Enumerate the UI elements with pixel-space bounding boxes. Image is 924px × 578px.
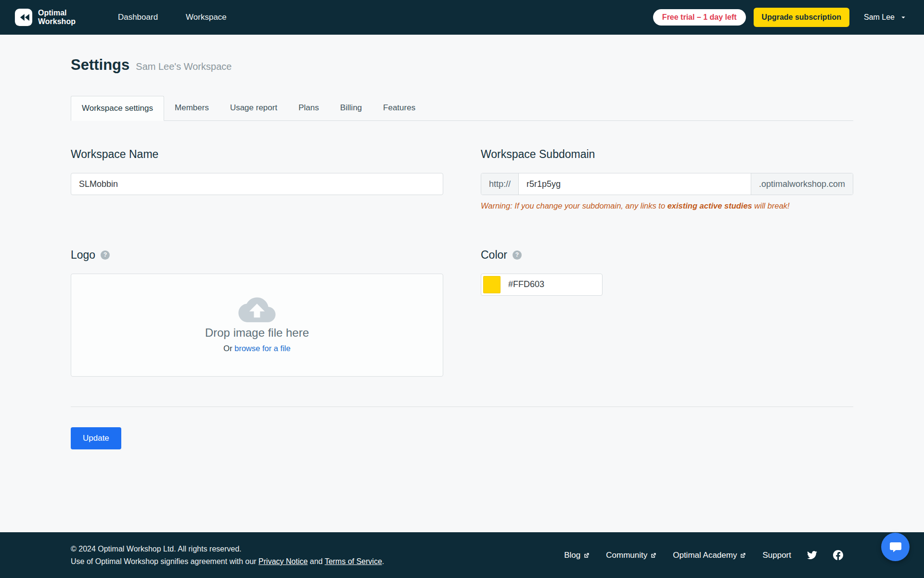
chat-bubble-icon bbox=[889, 540, 902, 554]
color-hex-input[interactable] bbox=[507, 279, 600, 290]
external-link-icon bbox=[583, 552, 590, 559]
tab-usage-report[interactable]: Usage report bbox=[219, 96, 288, 120]
logo-label: Logo ? bbox=[71, 249, 443, 262]
footer-link-blog[interactable]: Blog bbox=[564, 551, 590, 560]
agreement-line: Use of Optimal Workshop signifies agreem… bbox=[71, 555, 384, 568]
color-help-icon[interactable]: ? bbox=[513, 250, 522, 260]
upgrade-subscription-button[interactable]: Upgrade subscription bbox=[754, 8, 849, 27]
subdomain-input-group: http:// .optimalworkshop.com bbox=[481, 173, 853, 195]
subdomain-input[interactable] bbox=[519, 173, 751, 195]
logo-section: Logo ? Drop image file here Or browse fo… bbox=[71, 249, 443, 377]
external-link-icon bbox=[650, 552, 657, 559]
brand-name: Optimal Workshop bbox=[38, 9, 76, 26]
workspace-subtitle: Sam Lee's Workspace bbox=[136, 61, 231, 72]
footer-link-optimal-academy[interactable]: Optimal Academy bbox=[673, 551, 746, 560]
nav-link-dashboard[interactable]: Dashboard bbox=[118, 13, 158, 22]
page-header: Settings Sam Lee's Workspace bbox=[71, 56, 853, 74]
settings-tab-bar: Workspace settings Members Usage report … bbox=[71, 96, 853, 121]
primary-nav: Dashboard Workspace bbox=[118, 13, 227, 22]
top-navbar: Optimal Workshop Dashboard Workspace Fre… bbox=[0, 0, 924, 35]
chevron-down-icon bbox=[899, 13, 908, 22]
footer-link-community[interactable]: Community bbox=[606, 551, 657, 560]
workspace-name-section: Workspace Name bbox=[71, 148, 443, 219]
color-section: Color ? bbox=[481, 249, 853, 377]
cloud-upload-icon bbox=[238, 297, 276, 322]
tab-members[interactable]: Members bbox=[164, 96, 219, 120]
brand-logo[interactable]: Optimal Workshop bbox=[14, 8, 76, 26]
color-label: Color ? bbox=[481, 249, 853, 262]
subdomain-warning: Warning: If you change your subdomain, a… bbox=[481, 201, 853, 210]
tab-workspace-settings[interactable]: Workspace settings bbox=[71, 96, 164, 121]
workspace-settings-form: Workspace Name Workspace Subdomain http:… bbox=[71, 148, 853, 377]
workspace-name-label: Workspace Name bbox=[71, 148, 443, 161]
optimal-workshop-logo-icon bbox=[14, 8, 33, 26]
copyright-line: © 2024 Optimal Workshop Ltd. All rights … bbox=[71, 543, 384, 555]
tab-features[interactable]: Features bbox=[372, 96, 426, 120]
color-swatch[interactable] bbox=[483, 276, 500, 293]
form-divider bbox=[71, 407, 853, 407]
facebook-icon[interactable] bbox=[833, 550, 843, 560]
workspace-subdomain-section: Workspace Subdomain http:// .optimalwork… bbox=[481, 148, 853, 219]
update-button[interactable]: Update bbox=[71, 427, 121, 449]
tab-billing[interactable]: Billing bbox=[330, 96, 372, 120]
browse-file-link[interactable]: browse for a file bbox=[234, 344, 290, 353]
footer-legal: © 2024 Optimal Workshop Ltd. All rights … bbox=[71, 543, 384, 567]
page-title: Settings bbox=[71, 56, 129, 74]
subdomain-protocol-prefix: http:// bbox=[481, 173, 519, 195]
main-content: Settings Sam Lee's Workspace Workspace s… bbox=[0, 35, 924, 532]
user-name-label: Sam Lee bbox=[864, 13, 895, 22]
page-footer: © 2024 Optimal Workshop Ltd. All rights … bbox=[0, 532, 924, 578]
workspace-subdomain-label: Workspace Subdomain bbox=[481, 148, 853, 161]
external-link-icon bbox=[740, 552, 746, 559]
navbar-right-group: Free trial – 1 day left Upgrade subscrip… bbox=[653, 8, 908, 27]
privacy-notice-link[interactable]: Privacy Notice bbox=[258, 557, 308, 565]
logo-dropzone[interactable]: Drop image file here Or browse for a fil… bbox=[71, 274, 443, 377]
color-input-group bbox=[481, 274, 603, 296]
chat-launcher-button[interactable] bbox=[881, 533, 910, 561]
subdomain-domain-suffix: .optimalworkshop.com bbox=[751, 173, 853, 195]
dropzone-text: Drop image file here bbox=[205, 326, 309, 340]
terms-of-service-link[interactable]: Terms of Service bbox=[325, 557, 382, 565]
footer-links: Blog Community Optimal Academy Support bbox=[564, 550, 843, 560]
footer-link-support[interactable]: Support bbox=[762, 551, 791, 560]
workspace-name-input[interactable] bbox=[71, 173, 443, 195]
free-trial-badge: Free trial – 1 day left bbox=[653, 9, 746, 26]
nav-link-workspace[interactable]: Workspace bbox=[186, 13, 227, 22]
user-menu[interactable]: Sam Lee bbox=[864, 13, 908, 22]
tab-plans[interactable]: Plans bbox=[288, 96, 330, 120]
dropzone-subtext: Or browse for a file bbox=[223, 344, 290, 353]
logo-help-icon[interactable]: ? bbox=[101, 250, 110, 260]
twitter-icon[interactable] bbox=[807, 550, 817, 560]
